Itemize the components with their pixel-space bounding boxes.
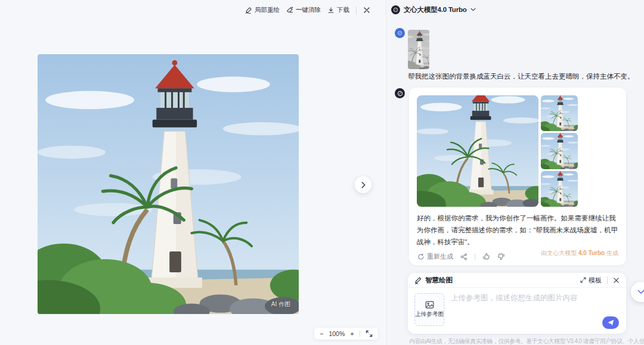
regenerate-button[interactable]: 重新生成 — [417, 252, 453, 261]
regenerate-label: 重新生成 — [427, 252, 453, 261]
thumbs-down-icon[interactable] — [497, 253, 505, 260]
fullscreen-icon[interactable] — [366, 330, 373, 337]
expand-diagonal-icon — [580, 277, 586, 283]
zoom-controls: − 100% + — [314, 328, 378, 340]
zoom-divider — [360, 330, 360, 337]
composer-body: 上传参考图 — [408, 288, 626, 333]
zoom-in-button[interactable]: + — [350, 331, 354, 337]
download-button[interactable]: 下载 — [327, 6, 349, 14]
one-click-erase-button[interactable]: 一键消除 — [286, 6, 321, 14]
message-actions: 重新生成 — [417, 252, 505, 261]
lighthouse-image-large — [38, 54, 299, 314]
composer-header-right: 模板 — [580, 276, 620, 285]
composer-title-group: 智慧绘图 — [414, 276, 453, 285]
smart-drawing-composer: 智慧绘图 模板 上传参考图 — [408, 273, 626, 334]
user-message: 帮我把这张图的背景换成蓝天白云，让天空看上去更晴朗，保持主体不变。 — [408, 72, 642, 82]
ai-disclaimer: 内容由AI生成，无法确保真实准确，仅供参考。基于文心大模型 V3.4.0 请遵守… — [409, 337, 644, 345]
chevron-down-icon — [470, 8, 476, 11]
close-preview-icon[interactable] — [363, 7, 370, 14]
preview-toolbar: 局部重绘 一键消除 下载 — [245, 4, 370, 16]
close-composer-icon[interactable] — [613, 277, 620, 284]
generated-image-variant-2[interactable] — [541, 133, 578, 169]
image-preview-panel: 局部重绘 一键消除 下载 — [0, 0, 386, 345]
ai-image-watermark: AI 作图 — [271, 300, 290, 309]
watermark-suffix: 生成 — [605, 250, 618, 256]
model-selector[interactable]: 文心大模型4.0 Turbo — [387, 0, 476, 19]
variant-image-3 — [541, 171, 578, 207]
upload-reference-button[interactable]: 上传参考图 — [414, 293, 444, 326]
zoom-level: 100% — [329, 330, 345, 337]
download-label: 下载 — [337, 6, 349, 14]
eraser-icon — [286, 7, 293, 14]
draw-pen-icon — [414, 276, 422, 284]
watermark-model: 4.0 Turbo — [578, 250, 605, 256]
user-avatar — [395, 28, 405, 38]
composer-header: 智慧绘图 模板 — [408, 273, 626, 288]
refresh-icon — [417, 253, 425, 260]
repaint-pen-icon — [245, 7, 252, 14]
composer-header-divider — [607, 276, 608, 284]
generated-image-variants — [541, 95, 578, 207]
local-repaint-button[interactable]: 局部重绘 — [245, 6, 280, 14]
composer-title: 智慧绘图 — [425, 276, 453, 285]
prompt-input[interactable] — [451, 293, 599, 328]
one-click-erase-label: 一键消除 — [296, 6, 321, 14]
next-image-button[interactable] — [355, 176, 371, 193]
image-icon — [425, 301, 434, 309]
chat-panel: 文心大模型4.0 Turbo 帮我把这张图的背 — [387, 0, 644, 345]
share-icon[interactable] — [460, 253, 467, 260]
upload-reference-label: 上传参考图 — [415, 310, 444, 318]
lighthouse-image-result — [417, 95, 538, 207]
local-repaint-label: 局部重绘 — [255, 6, 280, 14]
generated-image-variant-1[interactable] — [541, 95, 578, 131]
zoom-out-button[interactable]: − — [320, 331, 323, 337]
thumbs-up-icon[interactable] — [482, 253, 490, 260]
toolbar-divider — [356, 7, 357, 14]
template-label: 模板 — [589, 276, 602, 285]
send-button[interactable] — [602, 316, 619, 329]
watermark-prefix: 由文心大模型 — [541, 250, 578, 256]
model-name: 文心大模型4.0 Turbo — [404, 5, 467, 14]
model-logo-icon — [391, 5, 400, 14]
paper-plane-icon — [607, 319, 614, 326]
template-button[interactable]: 模板 — [580, 276, 602, 285]
generated-image-variant-3[interactable] — [541, 171, 578, 207]
actions-divider — [475, 253, 475, 260]
assistant-message: 好的，根据你的需求，我为你创作了一幅画作。如果需要继续让我为你作画，请完整描述你… — [417, 212, 618, 248]
chevron-down-icon — [637, 290, 644, 294]
assistant-avatar — [395, 88, 405, 98]
preview-image: AI 作图 — [38, 54, 299, 314]
generated-image-main[interactable] — [417, 95, 538, 207]
user-uploaded-thumbnail[interactable] — [408, 30, 429, 69]
generated-image-grid — [417, 95, 618, 207]
uploaded-lighthouse-image — [408, 30, 429, 69]
chevron-right-icon — [360, 181, 367, 189]
download-icon — [327, 7, 335, 14]
variant-image-2 — [541, 133, 578, 169]
assistant-message-card: 好的，根据你的需求，我为你创作了一幅画作。如果需要继续让我为你作画，请完整描述你… — [409, 88, 626, 265]
variant-image-1 — [541, 95, 578, 131]
